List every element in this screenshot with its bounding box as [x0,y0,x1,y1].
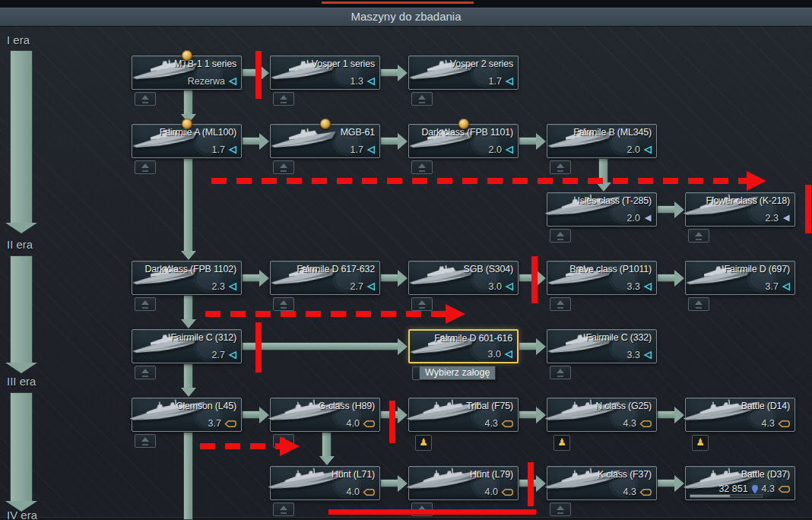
vehicle-card[interactable]: Dark class (FPB 1102) 2.3 [132,261,242,295]
vehicle-type-destroyer-icon [778,420,791,428]
vehicle-name: Tribal (F75) [466,401,513,411]
vehicle-card[interactable]: Battle (D37) 32 8514.3 [685,466,795,500]
battle-rating: 2.3 [766,213,779,224]
tree-connector-arrow [657,274,675,282]
battle-rating: 4.0 [485,487,498,497]
vehicle-type-boat-icon [782,282,791,291]
vehicle-card[interactable]: Fairmile D (697) 3.7 [685,261,795,295]
vehicle-name: Hunt (L79) [470,469,513,480]
tree-connector-arrow [657,205,675,214]
vehicle-br-row: 3.3 [627,350,652,360]
battle-rating: 2.7 [350,281,363,292]
vehicle-br-row: 4.0 [485,487,514,497]
tree-connector-arrow [380,68,398,77]
elite-medal-icon [182,119,192,129]
vehicle-card[interactable]: G-class (H89) 4.0 [270,398,380,432]
vehicle-card[interactable]: Fairmile C (332) 3.3 [547,329,657,363]
crew-slot-icon [411,92,433,106]
battle-rating: 4.0 [347,418,360,429]
vehicle-type-destroyer-icon [639,488,652,496]
vehicle-br-row: 2.7 [212,350,237,360]
crew-slot-icon [550,503,571,516]
crew-slot-icon [411,160,433,174]
vehicle-type-boat-icon [366,77,376,86]
crew-slot-icon [688,297,709,311]
vehicle-card[interactable]: Clemson (L45) 3.7 [132,398,242,432]
annotation-red-bar [528,462,534,506]
battle-rating: 4.3 [485,418,498,429]
crew-slot-icon [273,503,294,516]
crew-slot-icon [411,297,433,311]
vehicle-type-boat-icon [228,350,237,360]
annotation-red-bar [805,185,811,233]
crew-slot-icon [135,297,156,311]
vehicle-name: Fairmile C (332) [586,332,652,343]
tree-connector-arrow [519,411,537,419]
vehicle-card[interactable]: Dark class (FPB 1101) 2.0 [408,124,519,158]
vehicle-card[interactable]: Vosper 2 series 1.7 [408,55,519,90]
vehicle-br-row: 4.3 [623,418,652,429]
vehicle-br-row: 2.0 [627,144,652,155]
vehicle-br-row: 2.0 [627,213,652,224]
vehicle-type-boat-icon [228,145,237,154]
vehicle-br-row: 1.7 [489,76,514,87]
vehicle-card[interactable]: Fairmile D 601-616 3.0 Wybierz załogę [408,329,519,363]
vehicle-card[interactable]: Brave class (P1011) 3.3 [547,261,657,295]
vehicle-type-boat-icon [643,282,652,291]
annotation-red-bar [255,322,262,373]
battle-rating: 3.0 [489,281,502,292]
vehicle-br-row: 32 8514.3 [718,484,791,494]
vehicle-card[interactable]: Flower class (K-218) 2.3 [685,192,795,227]
tree-connector-vertical [183,295,193,320]
vehicle-card[interactable]: Fairmile A (ML100) 1.7 [132,124,242,158]
tree-connector-vertical [322,432,331,457]
vehicle-card[interactable]: Fairmile C (312) 2.7 [132,329,242,363]
annotation-red-dashed-arrow [211,178,747,184]
crew-slot-icon [550,160,571,174]
tree-connector-vertical [183,90,193,115]
tree-connector-arrow [380,137,398,145]
vehicle-card[interactable]: Isles class (T-285) 2.0 [547,192,657,227]
battle-rating: 3.7 [208,418,221,429]
vehicle-br-row: 4.0 [347,487,376,497]
vehicle-card[interactable]: MGB-61 1.7 [270,124,380,158]
era-label: II era [7,238,33,251]
tree-connector-arrow [519,342,537,350]
elite-medal-icon [320,119,331,129]
era-progression-arrow [10,255,33,363]
tree-connector-arrow [242,274,260,282]
tree-connector-arrow [242,137,260,145]
battle-rating: 4.0 [347,487,360,497]
tree-connector-arrow [657,411,675,419]
vehicle-card[interactable]: N class (G25) 4.3 ♟ [547,398,657,432]
vehicle-card[interactable]: K class (F37) 4.3 [547,466,657,500]
vehicle-card[interactable]: Vosper 1 series 1.3 [270,55,380,90]
vehicle-card[interactable]: Battle (D14) 4.3 ♟ [685,398,795,432]
vehicle-type-boat-icon [643,350,652,360]
battle-rating: 3.3 [627,281,640,292]
vehicle-card[interactable]: Hunt (L79) 4.0 [408,466,519,500]
bottom-divider [0,517,812,520]
vehicle-br-row: 2.0 [489,144,514,155]
vehicle-card[interactable]: Fairmile B (ML345) 2.0 [547,124,657,158]
vehicle-br-row: Rezerwa [188,76,237,87]
vehicle-type-ship-icon [782,214,791,223]
battle-rating: 4.3 [762,418,775,429]
vehicle-card[interactable]: Fairmile D 617-632 2.7 [270,261,380,295]
battle-rating: 3.7 [766,281,779,292]
vehicle-card[interactable]: Tribal (F75) 4.3 ♟ [408,398,519,432]
research-progress-fill [690,495,730,497]
battle-rating: 1.7 [489,76,502,87]
top-strip [0,0,812,8]
annotation-red-line [328,509,536,515]
vehicle-card[interactable]: Hunt (L71) 4.0 [270,466,380,500]
vehicle-card[interactable]: MTB-1 1 series Rezerwa [132,55,242,90]
vehicle-br-row: 3.3 [627,281,652,292]
vehicle-type-ship-icon [643,214,652,223]
vehicle-name: Hunt (L71) [331,469,375,480]
crew-qualification-icon: ♟ [692,435,709,451]
vehicle-name: Flower class (K-218) [706,195,790,206]
era-progression-arrow [10,392,33,502]
tree-connector-arrow [380,274,398,282]
vehicle-card[interactable]: SGB (S304) 3.0 [408,261,519,295]
